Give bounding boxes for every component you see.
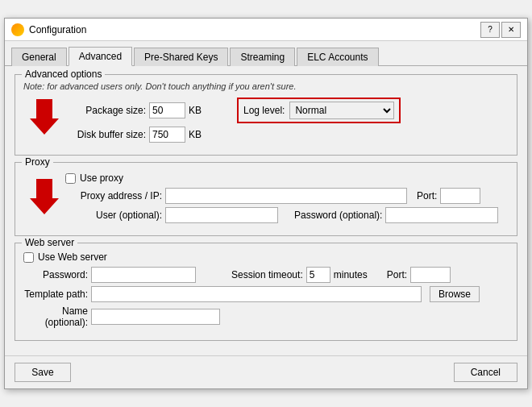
cancel-button[interactable]: Cancel bbox=[454, 363, 517, 382]
minutes-label: minutes bbox=[334, 269, 368, 280]
use-web-server-label: Use Web server bbox=[38, 251, 107, 263]
log-level-label: Log level: bbox=[243, 105, 285, 116]
advanced-options-group: Advanced options Note: for advanced user… bbox=[15, 74, 517, 156]
package-size-input[interactable] bbox=[149, 102, 185, 118]
use-proxy-checkbox[interactable] bbox=[65, 173, 76, 184]
advanced-note: Note: for advanced users only. Don't tou… bbox=[23, 81, 509, 91]
save-button[interactable]: Save bbox=[15, 363, 71, 382]
tab-elc-accounts[interactable]: ELC Accounts bbox=[297, 48, 378, 66]
close-button[interactable]: ✕ bbox=[501, 22, 521, 38]
web-port-label: Port: bbox=[387, 269, 407, 280]
red-arrow-down-icon-2 bbox=[30, 179, 59, 214]
log-level-select[interactable]: Normal Debug Verbose bbox=[289, 102, 394, 119]
web-port-input[interactable] bbox=[410, 267, 451, 283]
use-proxy-row: Use proxy bbox=[65, 172, 509, 184]
web-password-label: Password: bbox=[23, 269, 88, 280]
proxy-port-label: Port: bbox=[417, 190, 437, 201]
disk-buffer-unit: KB bbox=[189, 129, 202, 140]
red-arrow-down-icon bbox=[30, 99, 59, 135]
proxy-address-input[interactable] bbox=[165, 188, 407, 204]
proxy-user-input[interactable] bbox=[165, 207, 278, 223]
proxy-password-label: Password (optional): bbox=[294, 210, 382, 221]
proxy-address-label: Proxy address / IP: bbox=[65, 190, 162, 201]
footer: Save Cancel bbox=[5, 355, 527, 388]
proxy-group: Proxy Use proxy Proxy address / IP: bbox=[15, 162, 517, 236]
web-password-input[interactable] bbox=[91, 267, 196, 283]
proxy-title: Proxy bbox=[22, 156, 53, 168]
configuration-window: Configuration ? ✕ General Advanced Pre-S… bbox=[4, 18, 528, 389]
help-button[interactable]: ? bbox=[480, 22, 500, 38]
session-timeout-input[interactable] bbox=[306, 267, 330, 283]
log-level-box: Log level: Normal Debug Verbose bbox=[237, 98, 401, 123]
template-path-input[interactable] bbox=[91, 286, 422, 302]
tab-general[interactable]: General bbox=[11, 48, 67, 66]
proxy-password-input[interactable] bbox=[385, 207, 498, 223]
tab-bar: General Advanced Pre-Shared Keys Streami… bbox=[5, 41, 527, 66]
main-content: Advanced options Note: for advanced user… bbox=[5, 66, 527, 355]
svg-marker-0 bbox=[30, 99, 59, 135]
advanced-options-title: Advanced options bbox=[22, 69, 105, 80]
web-server-title: Web server bbox=[22, 237, 77, 248]
disk-buffer-input[interactable] bbox=[149, 127, 185, 143]
use-web-server-row: Use Web server bbox=[23, 251, 509, 263]
proxy-user-label: User (optional): bbox=[65, 210, 162, 221]
disk-buffer-label: Disk buffer size: bbox=[65, 129, 146, 140]
browse-button[interactable]: Browse bbox=[430, 286, 480, 302]
svg-marker-1 bbox=[30, 179, 59, 214]
use-proxy-label: Use proxy bbox=[80, 172, 123, 184]
title-bar-buttons: ? ✕ bbox=[480, 22, 521, 38]
tab-pre-shared-keys[interactable]: Pre-Shared Keys bbox=[134, 48, 228, 66]
tab-advanced[interactable]: Advanced bbox=[69, 47, 132, 66]
proxy-fields: Use proxy Proxy address / IP: Port: User… bbox=[65, 169, 509, 227]
session-timeout-label: Session timeout: bbox=[231, 269, 303, 280]
name-optional-input[interactable] bbox=[91, 309, 220, 325]
proxy-port-input[interactable] bbox=[440, 188, 480, 204]
title-bar: Configuration ? ✕ bbox=[5, 19, 527, 41]
advanced-fields: Package size: KB Log level: Normal Debug… bbox=[65, 98, 509, 147]
web-server-group: Web server Use Web server Password: Sess… bbox=[15, 243, 517, 341]
package-size-label: Package size: bbox=[65, 105, 146, 116]
title-bar-left: Configuration bbox=[11, 23, 86, 36]
template-path-label: Template path: bbox=[23, 289, 88, 300]
use-web-server-checkbox[interactable] bbox=[23, 252, 34, 263]
tab-streaming[interactable]: Streaming bbox=[230, 48, 295, 66]
app-icon bbox=[11, 23, 24, 36]
name-optional-label: Name (optional): bbox=[23, 305, 88, 328]
window-title: Configuration bbox=[29, 24, 86, 35]
package-size-unit: KB bbox=[189, 105, 202, 116]
